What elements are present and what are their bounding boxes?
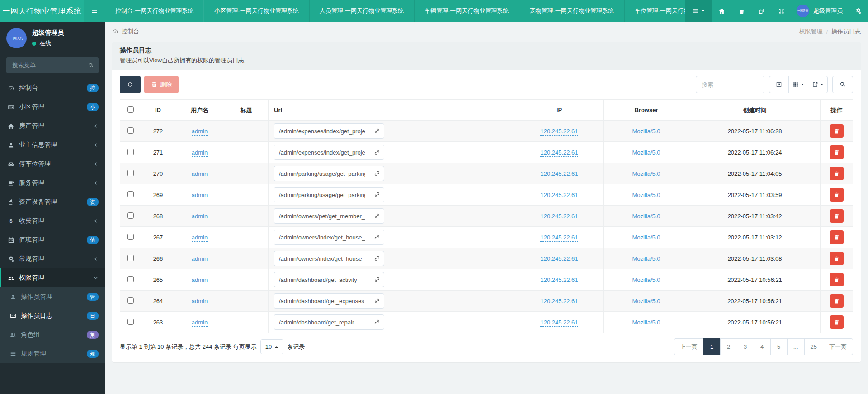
pagination-page[interactable]: 上一页 (674, 338, 704, 355)
ip-link[interactable]: 120.245.22.61 (540, 213, 578, 220)
sidebar-item[interactable]: 业主信息管理 (0, 136, 105, 155)
sidebar-item[interactable]: 操作员日志日 (0, 306, 105, 325)
clear-cache-button[interactable] (731, 0, 751, 22)
browser-link[interactable]: Mozilla/5.0 (632, 149, 660, 156)
username-link[interactable]: admin (192, 234, 208, 242)
row-checkbox[interactable] (127, 149, 134, 155)
browser-link[interactable]: Mozilla/5.0 (632, 213, 660, 220)
delete-row-button[interactable] (830, 145, 844, 159)
username-link[interactable]: admin (192, 170, 208, 178)
browser-link[interactable]: Mozilla/5.0 (632, 298, 660, 305)
ip-link[interactable]: 120.245.22.61 (540, 277, 578, 284)
delete-row-button[interactable] (830, 294, 844, 308)
topbar-tab[interactable]: 宠物管理-一网天行物业管理系统 (519, 0, 624, 22)
url-input[interactable] (274, 314, 370, 330)
username-link[interactable]: admin (192, 319, 208, 327)
pagination-page[interactable]: 3 (737, 338, 754, 355)
breadcrumb-left[interactable]: 控制台 (112, 28, 139, 36)
columns-button[interactable] (788, 76, 808, 93)
pagination-page[interactable]: 4 (754, 338, 771, 355)
delete-row-button[interactable] (830, 315, 844, 329)
url-input[interactable] (274, 145, 370, 160)
row-checkbox[interactable] (127, 319, 134, 325)
open-url-button[interactable] (370, 123, 384, 139)
url-input[interactable] (274, 230, 370, 245)
topbar-tab[interactable]: 控制台-一网天行物业管理系统 (105, 0, 204, 22)
pagination-page[interactable]: 2 (720, 338, 737, 355)
ip-link[interactable]: 120.245.22.61 (540, 319, 578, 327)
row-checkbox[interactable] (127, 191, 134, 197)
url-input[interactable] (274, 166, 370, 181)
open-url-button[interactable] (370, 208, 384, 224)
username-link[interactable]: admin (192, 192, 208, 199)
sidebar-item[interactable]: 规则管理规 (0, 344, 105, 363)
delete-button[interactable]: 删除 (144, 76, 179, 93)
username-link[interactable]: admin (192, 213, 208, 220)
sidebar-toggle-button[interactable] (84, 0, 105, 22)
column-header[interactable]: 标题 (224, 100, 269, 121)
open-url-button[interactable] (370, 230, 384, 245)
open-url-button[interactable] (370, 314, 384, 330)
topbar-tab[interactable]: 人员管理-一网天行物业管理系统 (309, 0, 414, 22)
advanced-search-button[interactable] (832, 76, 853, 93)
row-checkbox[interactable] (127, 170, 134, 176)
open-url-button[interactable] (370, 251, 384, 266)
sidebar-item[interactable]: 停车位管理 (0, 155, 105, 174)
column-header[interactable]: Url (269, 100, 515, 121)
browser-link[interactable]: Mozilla/5.0 (632, 255, 660, 262)
row-checkbox[interactable] (127, 276, 134, 282)
clone-tab-button[interactable] (751, 0, 771, 22)
column-header[interactable]: IP (515, 100, 604, 121)
pagination-page[interactable]: 5 (770, 338, 788, 355)
browser-link[interactable]: Mozilla/5.0 (632, 319, 660, 326)
browser-link[interactable]: Mozilla/5.0 (632, 277, 660, 283)
settings-button[interactable] (848, 0, 868, 22)
column-header[interactable]: 操作 (821, 100, 853, 121)
ip-link[interactable]: 120.245.22.61 (540, 298, 578, 305)
sidebar-user-status[interactable]: 在线 (32, 39, 64, 47)
table-search-input[interactable] (696, 76, 764, 93)
app-logo[interactable]: 一网天行物业管理系统 (0, 0, 84, 22)
pagination-page[interactable]: 25 (804, 338, 823, 355)
row-checkbox[interactable] (127, 212, 134, 219)
delete-row-button[interactable] (830, 124, 844, 138)
url-input[interactable] (274, 272, 370, 287)
delete-row-button[interactable] (830, 252, 844, 265)
url-input[interactable] (274, 208, 370, 224)
refresh-button[interactable] (120, 76, 141, 93)
ip-link[interactable]: 120.245.22.61 (540, 149, 578, 157)
sidebar-item[interactable]: 服务管理 (0, 174, 105, 192)
column-header[interactable]: 用户名 (175, 100, 224, 121)
ip-link[interactable]: 120.245.22.61 (540, 128, 578, 136)
browser-link[interactable]: Mozilla/5.0 (632, 170, 660, 177)
url-input[interactable] (274, 293, 370, 309)
row-checkbox[interactable] (127, 255, 134, 261)
ip-link[interactable]: 120.245.22.61 (540, 234, 578, 242)
column-header[interactable]: 创建时间 (689, 100, 821, 121)
column-header[interactable]: ID (141, 100, 175, 121)
sidebar-item[interactable]: 值班管理值 (0, 230, 105, 249)
browser-link[interactable]: Mozilla/5.0 (632, 234, 660, 241)
column-header[interactable]: Browser (604, 100, 689, 121)
open-url-button[interactable] (370, 166, 384, 181)
sidebar-item[interactable]: 常规管理 (0, 249, 105, 268)
username-link[interactable]: admin (192, 128, 208, 136)
username-link[interactable]: admin (192, 298, 208, 305)
sidebar-item[interactable]: 控制台控 (0, 79, 105, 98)
sidebar-item[interactable]: 房产管理 (0, 117, 105, 136)
home-button[interactable] (712, 0, 731, 22)
sidebar-item[interactable]: 操作员管理管 (0, 287, 105, 306)
topbar-tab[interactable]: 车位管理-一网天行物业管理系统 (624, 0, 685, 22)
row-checkbox[interactable] (127, 297, 134, 304)
pagination-page[interactable]: 1 (703, 338, 721, 355)
menu-search-button[interactable] (84, 58, 98, 73)
open-url-button[interactable] (370, 187, 384, 202)
page-size-dropdown[interactable]: 10 (260, 339, 283, 354)
toggle-view-button[interactable] (769, 76, 789, 93)
sidebar-item[interactable]: 小区管理小 (0, 98, 105, 117)
url-input[interactable] (274, 251, 370, 266)
topbar-tab[interactable]: 车辆管理-一网天行物业管理系统 (414, 0, 519, 22)
url-input[interactable] (274, 187, 370, 202)
sidebar-item[interactable]: 资产设备管理资 (0, 192, 105, 211)
select-all-checkbox[interactable] (127, 106, 134, 113)
